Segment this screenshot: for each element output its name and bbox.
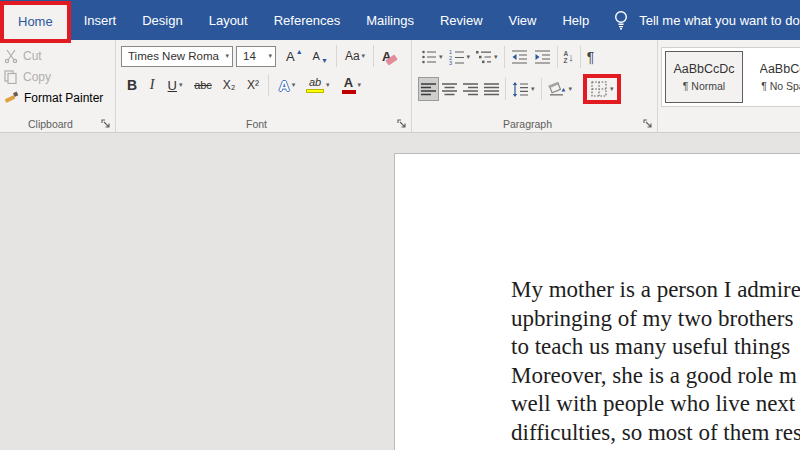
document-page[interactable]: My mother is a person I admire upbringin… (394, 153, 800, 450)
tab-references[interactable]: References (261, 0, 353, 40)
align-center-button[interactable] (439, 77, 460, 101)
chevron-down-icon: ▾ (362, 52, 366, 60)
tab-mailings[interactable]: Mailings (353, 0, 427, 40)
subscript-button[interactable]: X₂ (217, 77, 241, 93)
shrink-font-button[interactable]: A▼ (308, 45, 333, 67)
tab-home[interactable]: Home (0, 1, 71, 43)
superscript-button[interactable]: X² (241, 77, 265, 93)
divider (373, 45, 374, 67)
style-card-normal[interactable]: AaBbCcDc ¶ Normal (665, 51, 743, 103)
grow-font-button[interactable]: A▲ (281, 45, 308, 67)
format-painter-button[interactable]: Format Painter (4, 88, 115, 107)
clipboard-group-label: Clipboard (0, 118, 101, 130)
chevron-down-icon: ▾ (225, 52, 229, 60)
copy-icon (4, 70, 18, 84)
chevron-down-icon: ▾ (439, 53, 443, 61)
font-color-swatch (342, 90, 356, 94)
chevron-down-icon: ▾ (292, 81, 296, 89)
underline-button[interactable]: U ▾ (161, 77, 189, 94)
strikethrough-button[interactable]: abc (189, 78, 217, 92)
chevron-down-icon: ▾ (358, 81, 362, 89)
bold-button[interactable]: B (121, 76, 143, 94)
align-center-icon (442, 82, 457, 96)
line-spacing-button[interactable]: ▾ (509, 77, 538, 101)
document-line: difficulties, so most of them res (511, 419, 800, 448)
chevron-down-icon: ▾ (179, 81, 183, 89)
numbering-button[interactable]: 123 ▾ (446, 45, 474, 69)
chevron-down-icon: ▾ (268, 52, 272, 60)
font-size-combobox[interactable]: 14 ▾ (236, 46, 276, 67)
paint-bucket-icon (548, 82, 567, 97)
tab-review[interactable]: Review (427, 0, 496, 40)
justify-button[interactable] (481, 77, 502, 101)
document-line: to teach us many useful things (511, 333, 800, 362)
tab-view[interactable]: View (496, 0, 550, 40)
clipboard-group: Cut Copy Format Painter (0, 40, 116, 132)
clipboard-dialog-launcher[interactable] (101, 119, 111, 129)
tab-insert[interactable]: Insert (71, 0, 130, 40)
ribbon-tab-bar: Home Insert Design Layout References Mai… (0, 0, 800, 40)
document-line: My mother is a person I admire (511, 276, 800, 305)
styles-gallery: AaBbCcDc ¶ Normal AaBbCcD ¶ No Spac. (661, 47, 800, 107)
style-card-no-spacing[interactable]: AaBbCcD ¶ No Spac. (748, 51, 800, 103)
arrow-down-icon: ↓ (568, 51, 574, 63)
clear-formatting-button[interactable]: A (377, 45, 402, 67)
shading-button[interactable]: ▾ (545, 77, 576, 101)
tab-design[interactable]: Design (129, 0, 195, 40)
tab-help[interactable]: Help (549, 0, 602, 40)
align-left-button[interactable] (418, 77, 439, 101)
document-text: My mother is a person I admire upbringin… (511, 276, 800, 447)
chevron-down-icon: ▾ (610, 85, 614, 93)
bullets-button[interactable]: ▾ (418, 45, 446, 69)
paragraph-dialog-launcher[interactable] (643, 119, 653, 129)
paragraph-group-label: Paragraph (412, 118, 643, 130)
chevron-down-icon: ▾ (326, 81, 330, 89)
text-highlight-color-button[interactable]: ab ▾ (302, 76, 334, 94)
font-dialog-launcher[interactable] (397, 119, 407, 129)
lightbulb-icon (612, 9, 630, 31)
triangle-up-icon: ▲ (296, 48, 303, 55)
copy-button[interactable]: Copy (4, 67, 115, 86)
scissors-icon (4, 49, 18, 63)
cut-button[interactable]: Cut (4, 46, 115, 65)
text-effects-button[interactable]: A ▾ (272, 76, 302, 95)
chevron-down-icon: ▾ (569, 85, 573, 93)
justify-icon (484, 82, 499, 96)
increase-indent-button[interactable] (531, 45, 554, 69)
increase-indent-icon (534, 49, 551, 65)
decrease-indent-icon (511, 49, 528, 65)
font-group-label: Font (116, 118, 397, 130)
document-line: upbringing of my two brothers (511, 305, 800, 334)
multilevel-list-icon (476, 49, 492, 65)
borders-button[interactable] (590, 80, 608, 98)
highlight-color-swatch (306, 89, 324, 93)
triangle-down-icon: ▼ (321, 57, 328, 64)
document-line: well with people who live next (511, 390, 800, 419)
divider (580, 46, 581, 68)
show-formatting-marks-button[interactable]: ¶ (584, 45, 598, 69)
tell-me-box[interactable]: Tell me what you want to do (612, 9, 799, 31)
bullets-icon (421, 49, 437, 65)
ribbon: Cut Copy Format Painter (0, 40, 800, 133)
multilevel-list-button[interactable]: ▾ (473, 45, 501, 69)
tab-layout[interactable]: Layout (196, 0, 261, 40)
divider (541, 78, 542, 100)
numbering-icon: 123 (449, 49, 465, 65)
align-right-button[interactable] (460, 77, 481, 101)
divider (268, 74, 269, 96)
font-color-button[interactable]: A ▾ (338, 75, 366, 95)
line-spacing-icon (512, 82, 529, 97)
format-painter-icon (4, 91, 19, 105)
tell-me-label: Tell me what you want to do (639, 13, 799, 28)
font-name-combobox[interactable]: Times New Roma ▾ (121, 46, 233, 67)
change-case-button[interactable]: Aa ▾ (340, 45, 370, 67)
decrease-indent-button[interactable] (508, 45, 531, 69)
divider (336, 45, 337, 67)
chevron-down-icon: ▾ (494, 53, 498, 61)
align-right-icon (463, 82, 478, 96)
italic-button[interactable]: I (143, 76, 161, 94)
styles-group: AaBbCcDc ¶ Normal AaBbCcD ¶ No Spac. (658, 40, 800, 132)
sort-button[interactable]: A Z ↓ (561, 45, 577, 69)
borders-icon (591, 81, 607, 97)
borders-highlight-box: ▾ (583, 74, 621, 104)
